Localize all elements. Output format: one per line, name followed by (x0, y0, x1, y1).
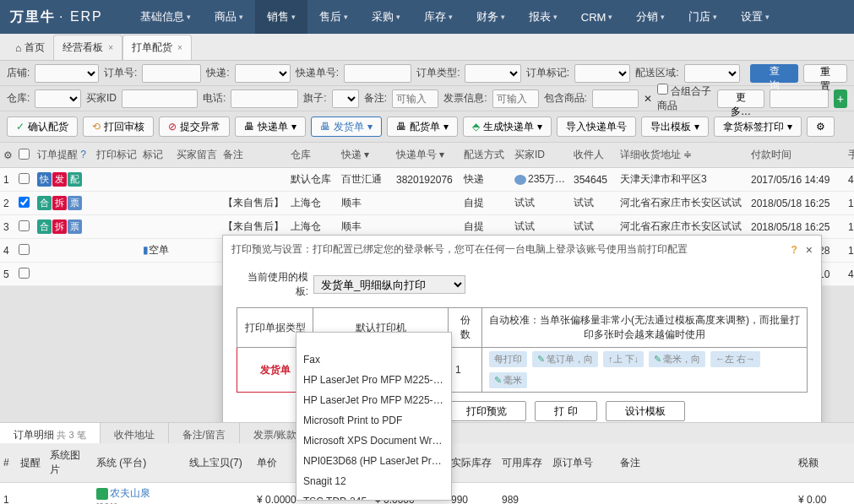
preview-button[interactable]: 打印预览 (447, 401, 526, 421)
prod-icon (96, 488, 108, 500)
d-stock: 990 (448, 483, 498, 505)
auto-cal-cell: 每打印 ✎笔订单，向 ↑上 下↓ ✎毫米，向 ←左 右→ ✎毫米 (482, 348, 808, 393)
d-idx: 1 (0, 483, 17, 505)
printer-option[interactable]: Snagit 12 (296, 471, 451, 491)
printer-option[interactable]: HP LaserJet Pro MFP M225-M226 PCL (296, 370, 451, 390)
d-sys: 农夫山泉[001] (93, 483, 186, 505)
seg-off2: ✎毫米 (489, 372, 527, 388)
seg-off1: ✎毫米，向 (649, 351, 705, 367)
d-orig (549, 483, 617, 505)
dcol-idx: # (0, 443, 17, 483)
d-tax: ¥ 0.00 (795, 483, 854, 505)
dcol-sys: 系统 (平台) (93, 443, 186, 483)
dcol-online: 线上宝贝(7) (186, 443, 253, 483)
design-button[interactable]: 设计模板 (606, 401, 685, 421)
printer-option[interactable]: Microsoft Print to PDF (296, 410, 451, 431)
printer-option[interactable]: TSC TDP-245 (296, 491, 451, 501)
printer-option[interactable]: HP LaserJet Pro MFP M225-M226 Seri (296, 390, 451, 410)
dcol-tax: 税额 (795, 443, 854, 483)
modal-header: 打印预览与设置：打印配置已绑定您的登录帐号，您可在任何一台电脑上登录该账号使用当… (223, 236, 821, 263)
printer-option[interactable]: NPI0E3D68 (HP LaserJet Professional ) (296, 451, 451, 471)
edit-icon: ✎ (494, 375, 502, 386)
dcol-avail: 可用库存 (498, 443, 549, 483)
dcol-tip: 提醒 (17, 443, 46, 483)
edit-icon: ✎ (654, 354, 661, 365)
close-icon[interactable]: × (806, 243, 813, 257)
modal-title: 打印预览与设置：打印配置已绑定您的登录帐号，您可在任何一台电脑上登录该账号使用当… (231, 242, 688, 257)
seg-lr: ←左 右→ (710, 351, 760, 367)
print-button[interactable]: 打 印 (535, 401, 596, 421)
help-icon[interactable]: ? (791, 244, 797, 256)
printer-option[interactable]: Microsoft XPS Document Writer (296, 431, 451, 451)
d-avail: 989 (498, 483, 549, 505)
seg-updown: ↑上 下↓ (603, 351, 644, 367)
edit-icon: ✎ (537, 354, 545, 365)
printer-dropdown: FaxHP LaserJet Pro MFP M225-M226 PCLHP L… (296, 332, 452, 501)
dcol-orig: 原订单号 (549, 443, 617, 483)
th-auto: 自动校准：当单张偏移量非常小(无法通过模板高度来调整)，而批量打印多张时会越来越… (482, 308, 808, 348)
dcol-img: 系统图片 (46, 443, 93, 483)
d-online (186, 483, 253, 505)
copies-cell[interactable]: 1 (449, 348, 482, 393)
tpl-label: 当前使用的模板: (237, 270, 308, 299)
template-select[interactable]: 发货单_明细纵向打印 (313, 275, 465, 294)
dcol-stock: 实际库存 (448, 443, 498, 483)
printer-option[interactable] (296, 333, 451, 350)
seg-every: 每打印 (489, 351, 527, 367)
dcol-remark: 备注 (617, 443, 795, 483)
d-remark (617, 483, 795, 505)
seg-order: ✎笔订单，向 (532, 351, 598, 367)
printer-option[interactable]: Fax (296, 350, 451, 370)
d-tip (17, 483, 46, 505)
d-img (46, 483, 93, 505)
th-copies: 份数 (449, 308, 482, 348)
